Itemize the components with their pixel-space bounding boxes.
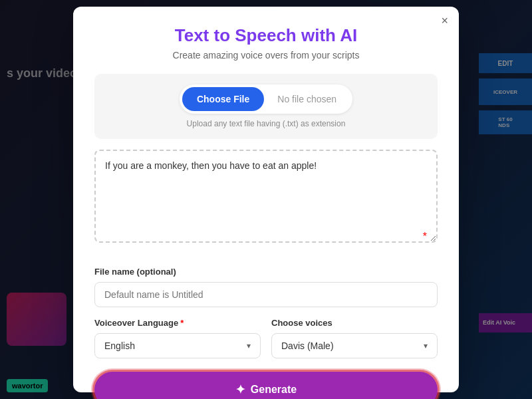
choose-voices-label: Choose voices	[271, 318, 438, 328]
no-file-text: No file chosen	[264, 94, 350, 104]
close-button[interactable]: ×	[441, 15, 448, 27]
generate-button[interactable]: ✦ Generate	[94, 372, 438, 399]
voiceover-language-select[interactable]: English ▾	[94, 333, 261, 358]
modal-subtitle: Create amazing voice overs from your scr…	[94, 50, 438, 61]
choose-voices-group: Choose voices Davis (Male) ▾	[271, 318, 438, 358]
selects-row: Voiceover Language * English ▾ Choose vo…	[94, 318, 438, 358]
voiceover-required-marker: *	[180, 318, 184, 328]
file-upload-area: Choose File No file chosen Upload any te…	[94, 74, 438, 139]
filename-label: File name (optional)	[94, 267, 438, 277]
choose-voices-value: Davis (Male)	[281, 340, 334, 351]
textarea-required-marker: *	[423, 231, 427, 243]
voiceover-language-value: English	[104, 340, 135, 351]
file-hint-text: Upload any text file having (.txt) as ex…	[187, 119, 346, 128]
file-upload-controls: Choose File No file chosen	[180, 84, 352, 114]
script-textarea-wrapper: If you are a monkey, then you have to ea…	[94, 150, 438, 256]
modal-title: Text to Speech with AI	[94, 25, 438, 46]
voiceover-language-group: Voiceover Language * English ▾	[94, 318, 261, 358]
choose-file-button[interactable]: Choose File	[182, 87, 264, 111]
choose-voices-chevron: ▾	[424, 341, 428, 350]
script-textarea[interactable]: If you are a monkey, then you have to ea…	[94, 150, 438, 243]
modal-overlay: × Text to Speech with AI Create amazing …	[0, 0, 532, 399]
generate-sparkle-icon: ✦	[235, 382, 245, 397]
generate-button-label: Generate	[251, 384, 297, 396]
choose-voices-select[interactable]: Davis (Male) ▾	[271, 333, 438, 358]
voiceover-language-label: Voiceover Language *	[94, 318, 261, 328]
modal-container: × Text to Speech with AI Create amazing …	[73, 7, 459, 392]
voiceover-language-chevron: ▾	[247, 341, 251, 350]
filename-input[interactable]	[94, 282, 438, 307]
